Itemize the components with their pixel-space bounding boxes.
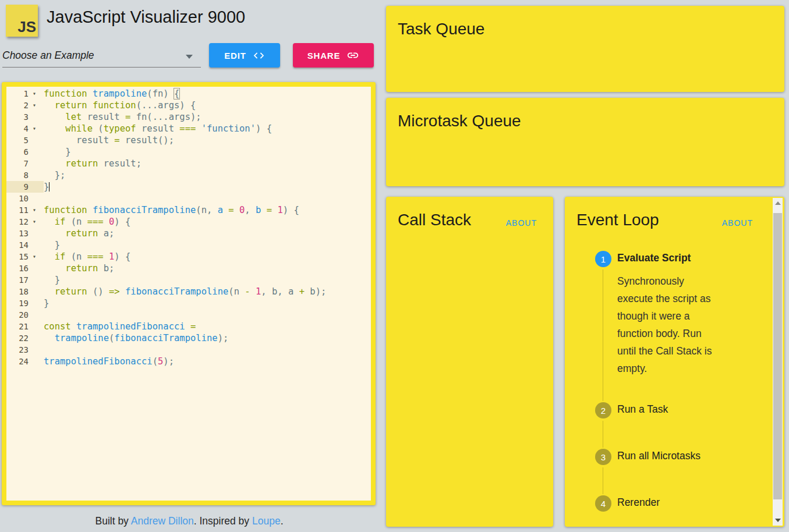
step-connector: [603, 269, 603, 401]
code-token: result();: [120, 135, 174, 146]
code-line[interactable]: 1▾function trampoline(fn) {: [6, 88, 371, 100]
code-text[interactable]: trampoline(fibonacciTrampoline);: [44, 332, 228, 344]
code-line[interactable]: 22 trampoline(fibonacciTrampoline);: [6, 332, 371, 344]
event-loop-about-link[interactable]: ABOUT: [722, 218, 753, 228]
event-loop-scrollbar[interactable]: [773, 198, 783, 526]
code-line[interactable]: 11▾function fibonacciTrampoline(n, a = 0…: [6, 204, 371, 216]
code-line[interactable]: 9}: [6, 181, 371, 193]
code-token: }: [44, 182, 49, 192]
code-text[interactable]: let result = fn(...args);: [44, 111, 201, 123]
code-text[interactable]: return function(...args) {: [44, 100, 196, 111]
line-number: 19: [6, 297, 29, 309]
scroll-up-button[interactable]: [773, 198, 783, 208]
code-token: let: [65, 112, 82, 122]
code-token: typeof: [104, 123, 136, 134]
code-token: (n: [228, 286, 245, 297]
step-description-line: though it were a: [617, 307, 712, 325]
code-line[interactable]: 21const trampolinedFibonacci =: [6, 321, 371, 332]
code-line[interactable]: 2▾ return function(...args) {: [6, 100, 371, 111]
fold-arrow-icon[interactable]: ▾: [29, 123, 40, 134]
code-line[interactable]: 19}: [6, 297, 371, 309]
code-line[interactable]: 15▾ if (n === 1) {: [6, 251, 371, 263]
code-line[interactable]: 7 return result;: [6, 158, 371, 169]
edit-button[interactable]: EDIT: [209, 43, 280, 68]
code-token: [44, 286, 55, 297]
code-text[interactable]: return b;: [44, 263, 114, 274]
line-number: 4: [6, 123, 29, 134]
code-text[interactable]: }: [44, 297, 49, 309]
code-text[interactable]: return a;: [44, 228, 114, 239]
line-number: 21: [6, 321, 29, 332]
code-token: =: [267, 205, 272, 215]
code-text[interactable]: };: [44, 169, 65, 181]
code-token: fibonacciTrampoline: [93, 205, 196, 215]
share-button[interactable]: SHARE: [293, 43, 374, 68]
fold-arrow-icon[interactable]: ▾: [29, 88, 40, 100]
code-line[interactable]: 18 return () => fibonacciTrampoline(n - …: [6, 286, 371, 297]
code-line[interactable]: 3 let result = fn(...args);: [6, 111, 371, 123]
code-line[interactable]: 12▾ if (n === 0) {: [6, 216, 371, 228]
code-token: return: [55, 100, 87, 111]
step-connector: [603, 421, 603, 448]
code-line[interactable]: 5 result = result();: [6, 134, 371, 146]
code-token: ) {: [114, 217, 130, 227]
code-token: [272, 205, 277, 215]
code-token: 0: [239, 205, 245, 215]
fold-arrow-icon[interactable]: ▾: [29, 251, 40, 263]
code-token: (): [87, 286, 109, 297]
code-token: );: [163, 356, 174, 367]
code-line[interactable]: 8 };: [6, 169, 371, 181]
code-text[interactable]: result = result();: [44, 134, 174, 146]
code-text[interactable]: }: [44, 146, 71, 158]
code-line[interactable]: 4▾ while (typeof result === 'function') …: [6, 123, 371, 134]
js-logo: JS: [6, 5, 38, 37]
code-token: [44, 123, 65, 134]
fold-arrow-icon[interactable]: ▾: [29, 204, 40, 216]
code-line[interactable]: 24trampolinedFibonacci(5);: [6, 356, 371, 367]
scrollbar-thumb[interactable]: [773, 213, 782, 499]
step-label: Evaluate Script: [617, 252, 691, 264]
code-text[interactable]: }: [44, 239, 60, 251]
code-line[interactable]: 17 }: [6, 274, 371, 286]
code-text[interactable]: function trampoline(fn) {: [44, 88, 179, 100]
code-text[interactable]: trampolinedFibonacci(5);: [44, 356, 174, 367]
code-token: const: [44, 321, 71, 332]
code-text[interactable]: function fibonacciTrampoline(n, a = 0, b…: [44, 204, 299, 216]
code-line[interactable]: 23: [6, 344, 371, 356]
code-token: =: [228, 205, 233, 215]
code-text[interactable]: if (n === 0) {: [44, 216, 130, 228]
line-number: 1: [6, 88, 29, 100]
code-text[interactable]: if (n === 1) {: [44, 251, 130, 263]
code-text[interactable]: while (typeof result === 'function') {: [44, 123, 272, 134]
app-root: JS JavaScript Visualizer 9000 Choose an …: [0, 0, 789, 532]
code-line[interactable]: 10: [6, 193, 371, 204]
code-token: ) {: [283, 205, 299, 215]
step-circle-4: 4: [595, 495, 611, 512]
call-stack-about-link[interactable]: ABOUT: [506, 218, 537, 228]
code-token: result: [82, 112, 125, 122]
scroll-down-button[interactable]: [773, 515, 783, 526]
code-token: trampolinedFibonacci: [44, 356, 153, 367]
code-line[interactable]: 14 }: [6, 239, 371, 251]
code-line[interactable]: 13 return a;: [6, 228, 371, 239]
code-token: -: [245, 286, 250, 297]
example-select[interactable]: Choose an Example: [2, 45, 201, 68]
footer-text-middle: . Inspired by: [194, 515, 252, 527]
code-token: fibonacciTrampoline: [114, 333, 217, 343]
code-text[interactable]: return () => fibonacciTrampoline(n - 1, …: [44, 286, 326, 297]
inspired-link[interactable]: Loupe: [252, 515, 281, 527]
author-link[interactable]: Andrew Dillon: [131, 515, 194, 527]
code-line[interactable]: 20: [6, 309, 371, 321]
code-text[interactable]: }: [44, 274, 60, 286]
fold-arrow-icon[interactable]: ▾: [29, 216, 40, 228]
code-editor[interactable]: 1▾function trampoline(fn) {2▾ return fun…: [6, 87, 371, 501]
fold-arrow-icon[interactable]: ▾: [29, 100, 40, 111]
code-text[interactable]: return result;: [44, 158, 141, 169]
fold-spacer: [29, 181, 40, 193]
code-token: [234, 205, 239, 215]
code-text[interactable]: }: [44, 181, 49, 193]
code-line[interactable]: 16 return b;: [6, 263, 371, 274]
code-token: [71, 321, 76, 332]
code-line[interactable]: 6 }: [6, 146, 371, 158]
code-text[interactable]: const trampolinedFibonacci =: [44, 321, 196, 332]
